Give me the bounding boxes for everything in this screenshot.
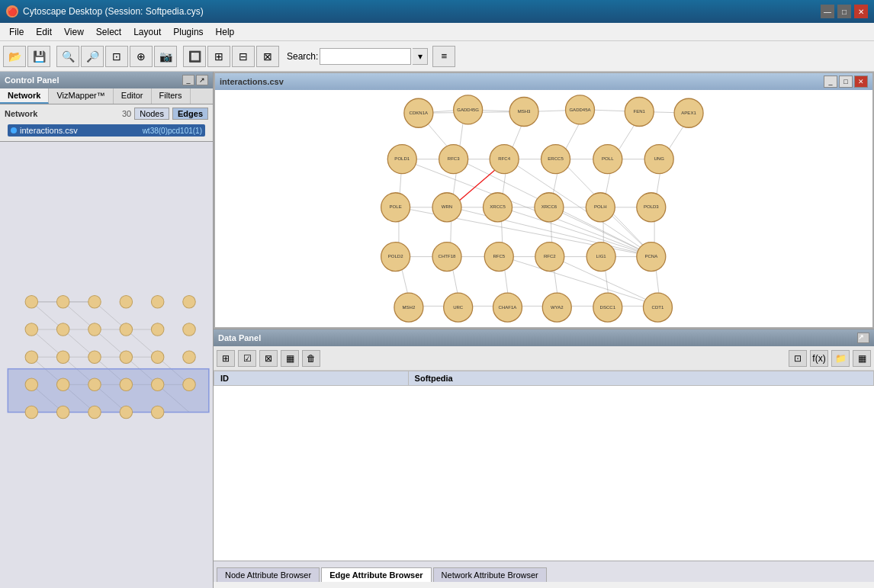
data-panel-toolbar: ⊞ ☑ ⊠ ▦ 🗑 ⊡ f(x) 📁 ▦ xyxy=(214,346,874,371)
svg-text:FEN1: FEN1 xyxy=(634,109,646,114)
maximize-button[interactable]: □ xyxy=(837,5,851,18)
nv-canvas[interactable]: .node-circle { fill: #e8c98a; stroke: #b… xyxy=(215,90,872,327)
hide-button[interactable]: ⊠ xyxy=(256,46,279,67)
dp-btn-check[interactable]: ☑ xyxy=(238,350,256,367)
dp-btn-table[interactable]: ⊞ xyxy=(217,350,235,367)
svg-point-41 xyxy=(151,323,164,336)
menu-bar: File Edit View Select Layout Plugins Hel… xyxy=(0,23,874,41)
svg-text:POLE: POLE xyxy=(390,204,402,209)
panel-undock-button[interactable]: ↗ xyxy=(196,75,208,85)
data-panel-titlebar: Data Panel ↗ xyxy=(214,329,874,346)
tab-filters[interactable]: Filters xyxy=(152,88,191,104)
svg-point-51 xyxy=(56,378,69,391)
svg-point-40 xyxy=(120,323,133,336)
open-button[interactable]: 📂 xyxy=(3,46,26,67)
svg-text:ERCC5: ERCC5 xyxy=(548,156,564,161)
svg-text:RFC5: RFC5 xyxy=(493,254,505,259)
nv-minimize-button[interactable]: _ xyxy=(824,76,837,88)
svg-point-50 xyxy=(25,378,38,391)
network-item[interactable]: interactions.csv wt38(0)pcd101(1) xyxy=(8,124,205,137)
menu-select[interactable]: Select xyxy=(90,25,127,39)
fit-button[interactable]: ⊡ xyxy=(105,46,128,67)
dp-btn-columns[interactable]: ⊡ xyxy=(789,350,807,367)
svg-text:XRCC5: XRCC5 xyxy=(490,204,506,209)
edges-button[interactable]: Edges xyxy=(172,108,208,120)
select-all-button[interactable]: ⊞ xyxy=(207,46,230,67)
svg-text:GADD45G: GADD45G xyxy=(457,108,479,112)
dp-btn-chart[interactable]: ▦ xyxy=(853,350,871,367)
svg-line-115 xyxy=(501,207,654,257)
tab-node-attribute[interactable]: Node Attribute Browser xyxy=(217,567,320,582)
network-overview-button[interactable]: 🔲 xyxy=(183,46,206,67)
app-icon: 🔴 xyxy=(6,5,18,18)
svg-point-36 xyxy=(183,296,196,309)
nv-close-button[interactable]: ✕ xyxy=(854,76,868,88)
control-panel: Control Panel _ ↗ Network VizMapper™ Edi… xyxy=(0,72,214,588)
data-panel-tabs: Node Attribute Browser Edge Attribute Br… xyxy=(214,561,874,582)
zoom-select-button[interactable]: ⊕ xyxy=(130,46,153,67)
nv-maximize-button[interactable]: □ xyxy=(839,76,853,88)
control-panel-title: Control Panel xyxy=(5,76,59,85)
svg-text:CDKN1A: CDKN1A xyxy=(410,111,429,115)
col-softpedia[interactable]: Softpedia xyxy=(408,371,873,386)
toolbar: 📂 💾 🔍 🔎 ⊡ ⊕ 📷 🔲 ⊞ ⊟ ⊠ Search: ▾ ≡ xyxy=(0,41,874,72)
dp-btn-folder[interactable]: 📁 xyxy=(831,350,850,367)
svg-text:POLD2: POLD2 xyxy=(388,254,403,259)
menu-edit[interactable]: Edit xyxy=(30,25,58,39)
menu-file[interactable]: File xyxy=(3,25,30,39)
screenshot-button[interactable]: 📷 xyxy=(154,46,177,67)
minimize-button[interactable]: — xyxy=(821,5,834,18)
dp-btn-grid[interactable]: ▦ xyxy=(281,350,299,367)
deselect-button[interactable]: ⊟ xyxy=(232,46,255,67)
svg-text:POLL: POLL xyxy=(602,156,614,161)
svg-text:GADD45A: GADD45A xyxy=(569,108,591,112)
svg-text:UNG: UNG xyxy=(654,156,664,161)
tab-editor[interactable]: Editor xyxy=(114,88,152,104)
data-table: ID Softpedia xyxy=(214,371,874,561)
svg-point-60 xyxy=(151,406,164,419)
close-button[interactable]: ✕ xyxy=(854,5,868,18)
dp-btn-select-all[interactable]: ⊠ xyxy=(259,350,278,367)
svg-line-111 xyxy=(507,159,654,257)
search-go-button[interactable]: ≡ xyxy=(432,46,455,67)
svg-text:RFC3: RFC3 xyxy=(448,156,460,161)
svg-point-45 xyxy=(88,351,101,364)
tab-vizmapper[interactable]: VizMapper™ xyxy=(49,88,113,104)
svg-text:CHAF1A: CHAF1A xyxy=(499,305,518,310)
svg-text:POLH: POLH xyxy=(594,204,606,209)
menu-view[interactable]: View xyxy=(58,25,90,39)
nv-title: interactions.csv xyxy=(220,77,284,86)
zoom-in-button[interactable]: 🔎 xyxy=(81,46,104,67)
network-section-label: Network xyxy=(5,109,37,118)
nodes-button[interactable]: Nodes xyxy=(134,108,169,120)
network-view: interactions.csv _ □ ✕ .node-circle { fi… xyxy=(214,72,874,329)
dp-btn-delete[interactable]: 🗑 xyxy=(302,350,320,367)
zoom-out-button[interactable]: 🔍 xyxy=(56,46,79,67)
svg-text:WYA2: WYA2 xyxy=(551,305,564,310)
svg-point-59 xyxy=(120,406,133,419)
tab-network-attribute[interactable]: Network Attribute Browser xyxy=(433,567,547,582)
svg-line-120 xyxy=(503,257,660,307)
svg-text:XRCC6: XRCC6 xyxy=(541,204,557,209)
svg-point-52 xyxy=(88,378,101,391)
svg-text:POLD3: POLD3 xyxy=(644,204,659,209)
menu-plugins[interactable]: Plugins xyxy=(167,25,209,39)
search-dropdown-button[interactable]: ▾ xyxy=(413,48,428,65)
svg-point-34 xyxy=(120,296,133,309)
dp-btn-formula[interactable]: f(x) xyxy=(810,350,828,367)
data-panel-undock[interactable]: ↗ xyxy=(857,333,869,343)
menu-help[interactable]: Help xyxy=(210,25,241,39)
network-section: Network 30 Nodes Edges interactions.csv … xyxy=(0,104,213,141)
svg-point-54 xyxy=(151,378,164,391)
svg-text:CHTF18: CHTF18 xyxy=(439,254,456,259)
tab-edge-attribute[interactable]: Edge Attribute Browser xyxy=(321,567,431,582)
col-id[interactable]: ID xyxy=(214,371,409,386)
svg-text:MSH2: MSH2 xyxy=(403,305,416,310)
menu-layout[interactable]: Layout xyxy=(127,25,167,39)
tab-network[interactable]: Network xyxy=(0,88,49,104)
svg-point-48 xyxy=(183,351,196,364)
panel-minimize-button[interactable]: _ xyxy=(182,75,194,85)
save-button[interactable]: 💾 xyxy=(27,46,50,67)
svg-text:LIG1: LIG1 xyxy=(596,254,607,259)
search-input[interactable] xyxy=(320,48,411,65)
